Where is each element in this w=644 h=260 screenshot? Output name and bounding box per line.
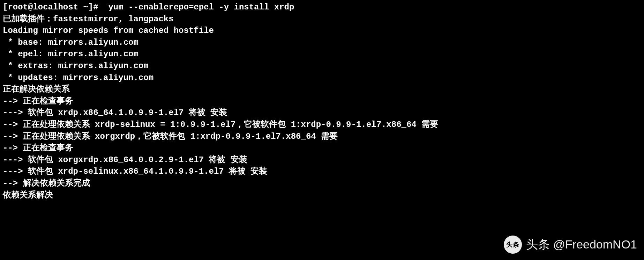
terminal-output[interactable]: [root@localhost ~]# yum --enablerepo=epe… <box>3 1 641 201</box>
terminal-line: Loading mirror speeds from cached hostfi… <box>3 25 641 37</box>
terminal-line: ---> 软件包 xrdp.x86_64.1.0.9.9-1.el7 将被 安装 <box>3 107 641 119</box>
terminal-line: * extras: mirrors.aliyun.com <box>3 60 641 72</box>
watermark-logo-icon: 头条 <box>504 236 522 254</box>
terminal-line: --> 正在处理依赖关系 xrdp-selinux = 1:0.9.9-1.el… <box>3 119 641 131</box>
terminal-line: --> 正在检查事务 <box>3 142 641 154</box>
terminal-line: ---> 软件包 xorgxrdp.x86_64.0.0.2.9-1.el7 将… <box>3 154 641 166</box>
terminal-line: * base: mirrors.aliyun.com <box>3 37 641 49</box>
watermark-text: 头条 @FreedomNO1 <box>526 236 637 253</box>
watermark-logo-text: 头条 <box>506 241 519 248</box>
watermark: 头条 头条 @FreedomNO1 <box>504 236 637 254</box>
terminal-line: 已加载插件：fastestmirror, langpacks <box>3 13 641 25</box>
terminal-line: --> 正在检查事务 <box>3 95 641 107</box>
terminal-line: 正在解决依赖关系 <box>3 84 641 95</box>
terminal-line: ---> 软件包 xrdp-selinux.x86_64.1.0.9.9-1.e… <box>3 166 641 178</box>
terminal-line: * updates: mirrors.aliyun.com <box>3 72 641 84</box>
terminal-line: --> 正在处理依赖关系 xorgxrdp，它被软件包 1:xrdp-0.9.9… <box>3 131 641 143</box>
terminal-line: [root@localhost ~]# yum --enablerepo=epe… <box>3 1 641 13</box>
terminal-line: 依赖关系解决 <box>3 189 641 201</box>
terminal-line: --> 解决依赖关系完成 <box>3 178 641 189</box>
terminal-line: * epel: mirrors.aliyun.com <box>3 48 641 60</box>
